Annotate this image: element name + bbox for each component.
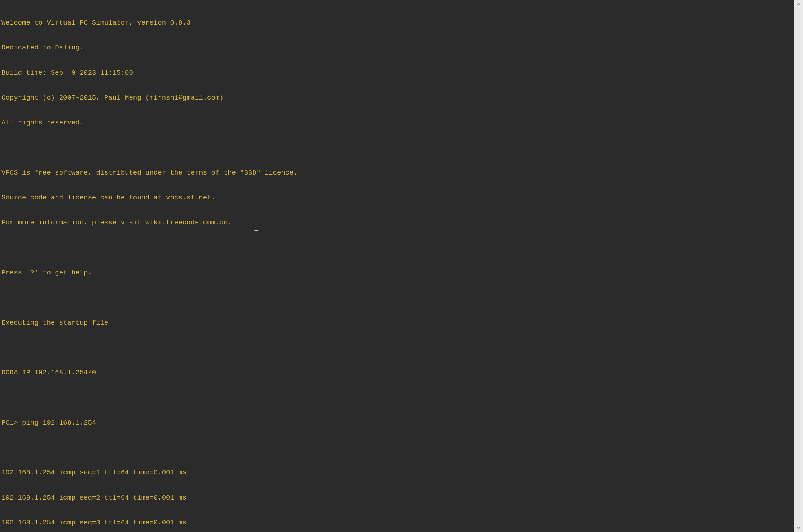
banner-line: Press '?' to get help.: [1, 269, 792, 277]
chevron-down-icon: [797, 526, 801, 530]
banner-line: Build time: Sep 9 2023 11:15:00: [1, 69, 792, 77]
banner-line: DORA IP 192.168.1.254/0: [1, 369, 792, 377]
banner-line: Copyright (c) 2007-2015, Paul Meng (mirn…: [1, 94, 792, 102]
banner-line: Dedicated to Daling.: [1, 44, 792, 52]
ping-reply: 192.168.1.254 icmp_seq=3 ttl=64 time=0.0…: [1, 519, 792, 527]
banner-line: Executing the startup file: [1, 319, 792, 327]
blank-line: [1, 393, 792, 402]
scroll-down-button[interactable]: [794, 523, 803, 532]
blank-line: [1, 344, 792, 352]
banner-line: For more information, please visit wiki.…: [1, 219, 792, 227]
banner-line: VPCS is free software, distributed under…: [1, 169, 792, 177]
banner-line: Source code and license can be found at …: [1, 194, 792, 202]
scroll-up-button[interactable]: [794, 0, 803, 9]
command-line: PC1> ping 192.168.1.254: [1, 419, 792, 427]
ping-reply: 192.168.1.254 icmp_seq=2 ttl=64 time=0.0…: [1, 494, 792, 502]
blank-line: [1, 244, 792, 252]
blank-line: [1, 444, 792, 452]
vertical-scrollbar[interactable]: [794, 0, 803, 532]
banner-line: Welcome to Virtual PC Simulator, version…: [1, 19, 792, 27]
app-container: Welcome to Virtual PC Simulator, version…: [0, 0, 803, 532]
blank-line: [1, 144, 792, 152]
ping-reply: 192.168.1.254 icmp_seq=1 ttl=64 time=0.0…: [1, 469, 792, 477]
terminal-output[interactable]: Welcome to Virtual PC Simulator, version…: [0, 0, 794, 532]
ibeam-cursor-icon: [230, 212, 258, 242]
chevron-up-icon: [797, 2, 801, 6]
banner-line: All rights reserved.: [1, 119, 792, 127]
blank-line: [1, 294, 792, 302]
